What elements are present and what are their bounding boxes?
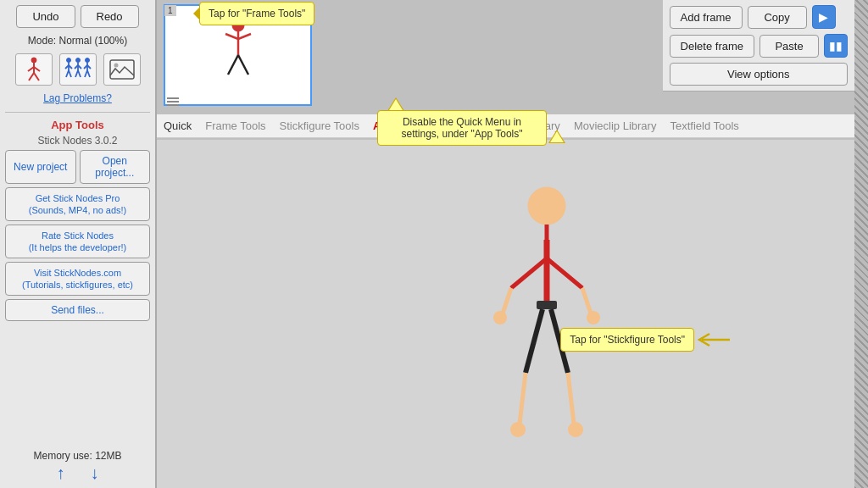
visit-button[interactable]: Visit StickNodes.com (Tutorials, stickfi… (5, 262, 150, 296)
svg-line-49 (568, 373, 574, 424)
delete-frame-button[interactable]: Delete frame (670, 35, 754, 58)
svg-line-39 (503, 288, 511, 313)
svg-rect-32 (167, 97, 179, 99)
tab-textfield-tools[interactable]: Textfield Tools (670, 118, 738, 134)
tab-stickfigure-library[interactable]: Stickfigure Library (472, 118, 560, 134)
svg-point-6 (66, 58, 70, 63)
get-pro-button[interactable]: Get Stick Nodes Pro (Sounds, MP4, no ads… (5, 187, 150, 221)
memory-arrows: ↑ ↓ (5, 463, 150, 483)
stickfigure-tools-arrow-container: Tap for "Stickfigure Tools" (560, 328, 732, 352)
stick-person-icon[interactable] (15, 53, 53, 86)
view-options-button[interactable]: View options (670, 63, 848, 86)
toolbar-row-3: View options (670, 63, 848, 86)
left-arrow-icon (698, 332, 732, 347)
divider-1 (5, 112, 150, 113)
memory-label: Memory use: 12MB (5, 450, 150, 462)
svg-rect-44 (537, 301, 557, 309)
svg-point-12 (75, 58, 80, 63)
svg-line-30 (228, 55, 238, 75)
svg-line-41 (547, 258, 582, 288)
add-frame-button[interactable]: Add frame (670, 6, 743, 29)
toolbar-row-2: Delete frame Paste ▮▮ (670, 34, 848, 58)
frame-number: 1 (164, 5, 176, 16)
stickfigure-tools-tooltip: Tap for "Stickfigure Tools" (560, 328, 694, 352)
svg-point-47 (510, 422, 526, 437)
svg-line-31 (238, 55, 248, 75)
svg-line-3 (34, 67, 40, 71)
open-project-button[interactable]: Open project... (80, 150, 151, 184)
svg-line-2 (28, 67, 34, 71)
tab-frame-tools[interactable]: Frame Tools (205, 118, 265, 134)
svg-point-25 (114, 64, 118, 68)
svg-line-38 (511, 258, 547, 288)
svg-point-40 (493, 311, 507, 324)
play-button[interactable]: ▶ (812, 5, 836, 29)
svg-rect-33 (167, 101, 179, 103)
svg-line-5 (34, 73, 39, 80)
tab-movieclip-library[interactable]: Movieclip Library (574, 118, 657, 134)
stick-group-icon[interactable] (59, 53, 97, 86)
undo-button[interactable]: Undo (16, 5, 75, 28)
svg-line-46 (520, 373, 526, 424)
svg-line-11 (69, 70, 71, 77)
tab-animation-tools[interactable]: Animation Tools (373, 118, 459, 134)
svg-line-45 (526, 309, 542, 373)
preview-stickfigure (213, 17, 264, 93)
svg-point-18 (85, 58, 89, 63)
redo-button[interactable]: Redo (81, 5, 139, 28)
left-sidebar: Undo Redo Mode: Normal (100%) (0, 0, 157, 488)
right-edge-pattern (854, 0, 868, 488)
svg-line-28 (225, 34, 238, 39)
svg-rect-34 (167, 104, 179, 106)
svg-point-50 (568, 422, 583, 437)
svg-line-17 (78, 70, 81, 77)
list-icon (167, 97, 179, 106)
nav-tabs: Quick Frame Tools Stickfigure Tools Anim… (157, 114, 854, 138)
toolbar-row-1: Add frame Copy ▶ (670, 5, 848, 29)
image-icon[interactable] (103, 53, 141, 86)
stickfigure-svg (479, 182, 615, 453)
top-toolbar: Add frame Copy ▶ Delete frame Paste ▮▮ V… (663, 0, 854, 92)
arrow-down-button[interactable]: ↓ (91, 463, 99, 483)
send-files-button[interactable]: Send files... (5, 299, 150, 321)
tab-quick[interactable]: Quick (164, 118, 192, 134)
svg-line-29 (238, 34, 251, 39)
frame-preview-area: 1 (157, 0, 326, 114)
svg-point-35 (528, 187, 565, 225)
svg-point-26 (232, 19, 244, 31)
svg-line-4 (29, 73, 34, 80)
rate-button[interactable]: Rate Stick Nodes (It helps the developer… (5, 225, 150, 258)
svg-point-0 (31, 58, 36, 63)
svg-line-42 (582, 288, 591, 313)
svg-point-43 (587, 311, 600, 324)
new-project-button[interactable]: New project (5, 150, 76, 184)
copy-button[interactable]: Copy (748, 6, 807, 29)
new-open-row: New project Open project... (5, 150, 150, 184)
canvas-area[interactable]: Tap for "Stickfigure Tools" (157, 140, 854, 488)
undo-redo-row: Undo Redo (5, 5, 150, 28)
svg-line-23 (87, 70, 90, 77)
main-area: Add frame Copy ▶ Delete frame Paste ▮▮ V… (157, 0, 868, 488)
tab-stickfigure-tools[interactable]: Stickfigure Tools (280, 118, 359, 134)
icon-row (5, 53, 150, 86)
app-tools-title: App Tools (5, 119, 150, 131)
paste-icon-button[interactable]: ▮▮ (824, 34, 848, 58)
main-stickfigure (479, 182, 615, 456)
mode-label: Mode: Normal (100%) (5, 35, 150, 47)
app-tools-subtitle: Stick Nodes 3.0.2 (5, 135, 150, 147)
frame-preview (164, 4, 312, 106)
paste-button[interactable]: Paste (760, 35, 819, 58)
lag-problems-link[interactable]: Lag Problems? (5, 92, 150, 104)
preview-icons (167, 97, 179, 106)
arrow-up-button[interactable]: ↑ (57, 463, 65, 483)
